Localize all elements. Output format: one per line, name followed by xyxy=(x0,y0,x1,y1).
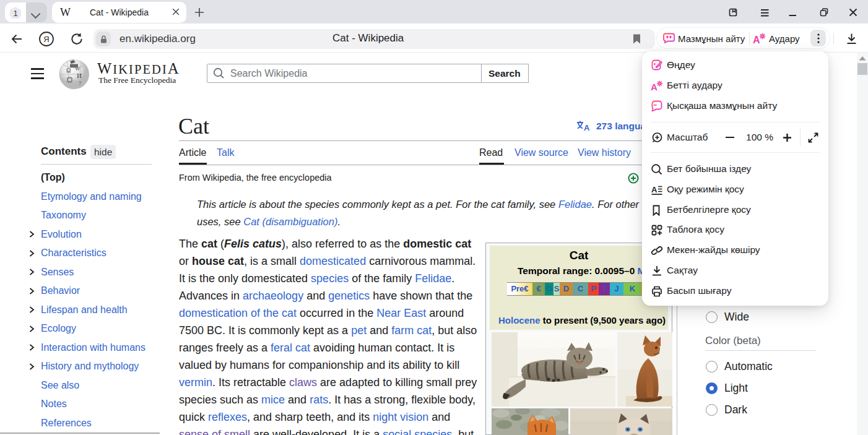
svg-text:И: И xyxy=(77,72,82,79)
svg-text:7: 7 xyxy=(79,80,82,87)
svg-text:A: A xyxy=(584,123,590,132)
svg-text:Ω: Ω xyxy=(66,67,71,74)
svg-text:Я: Я xyxy=(43,35,49,44)
svg-text:W: W xyxy=(75,66,80,72)
svg-text:A: A xyxy=(651,185,658,194)
svg-text:A: A xyxy=(651,82,658,92)
svg-text:A: A xyxy=(753,35,760,45)
svg-text:“: “ xyxy=(654,102,658,110)
